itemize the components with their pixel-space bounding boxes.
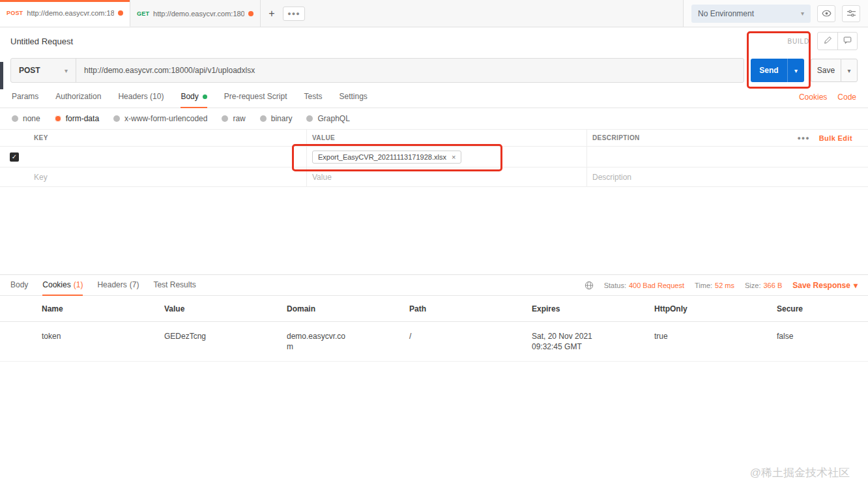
size-metric: Size: 366 B (745, 282, 782, 289)
response-tab-body[interactable]: Body (10, 275, 28, 296)
cookie-domain: demo.easycvr.com (287, 331, 352, 352)
edit-button[interactable] (818, 33, 837, 50)
radio-icon (222, 115, 228, 122)
environment-selector[interactable]: No Environment ▾ (691, 5, 811, 23)
form-data-table: KEY VALUE DESCRIPTION ●●● Bulk Edit ✓ Ex… (0, 129, 868, 187)
cookie-row: token GEDezTcng demo.easycvr.com / Sat, … (0, 322, 868, 362)
send-options-caret[interactable]: ▾ (787, 59, 804, 82)
row-checkbox-cell (0, 167, 29, 186)
key-placeholder[interactable]: Key (29, 167, 306, 186)
chevron-down-icon: ▾ (854, 281, 858, 290)
request-tabs: Params Authorization Headers (10) Body P… (0, 86, 868, 108)
response-tab-cookies[interactable]: Cookies (1) (42, 275, 83, 296)
environment-quick-look-button[interactable] (817, 5, 835, 22)
status-metric: Status: 400 Bad Request (604, 282, 684, 289)
cookie-name: token (42, 331, 164, 341)
response-tab-headers[interactable]: Headers (7) (97, 275, 139, 296)
tab-tests[interactable]: Tests (304, 86, 322, 108)
value-cell[interactable]: Export_EasyCVR_20211113171928.xlsx × (306, 147, 586, 167)
save-button[interactable]: Save (811, 59, 841, 82)
request-title[interactable]: Untitled Request (10, 36, 73, 46)
method-selector[interactable]: POST ▾ (11, 59, 76, 82)
key-column-header: KEY (29, 130, 306, 146)
request-tab-bar: POST http://demo.easycvr.com:180... GET … (0, 0, 868, 27)
send-button[interactable]: Send (751, 59, 787, 82)
key-cell[interactable] (29, 147, 306, 167)
request-tab-2[interactable]: GET http://demo.easycvr.com:1800... (130, 0, 261, 27)
sidebar-edge (0, 62, 3, 89)
table-options-button[interactable]: ●●● (797, 135, 809, 141)
request-header-icon-group (817, 32, 858, 50)
status-value: 400 Bad Request (629, 282, 684, 289)
settings-button[interactable] (842, 5, 860, 22)
method-label: POST (19, 66, 40, 75)
postman-window: POST http://demo.easycvr.com:180... GET … (0, 0, 868, 492)
col-value: Value (164, 304, 287, 313)
request-header-actions: BUILD (788, 32, 858, 50)
col-domain: Domain (287, 304, 409, 313)
form-data-header-row: KEY VALUE DESCRIPTION ●●● Bulk Edit (0, 130, 868, 147)
description-placeholder[interactable]: Description (586, 167, 868, 186)
save-response-button[interactable]: Save Response ▾ (792, 281, 858, 290)
tab-body[interactable]: Body (181, 86, 207, 108)
response-tabs: Body Cookies (1) Headers (7) Test Result… (0, 275, 868, 296)
new-tab-button[interactable]: + (261, 0, 283, 27)
row-checkbox[interactable]: ✓ (10, 152, 19, 162)
url-bar: POST ▾ http://demo.easycvr.com:18000/api… (10, 58, 744, 83)
radio-icon (55, 115, 61, 122)
value-placeholder[interactable]: Value (306, 167, 586, 186)
comments-button[interactable] (837, 33, 857, 50)
mode-x-www-form-urlencoded[interactable]: x-www-form-urlencoded (113, 114, 207, 123)
request-tab-1[interactable]: POST http://demo.easycvr.com:180... (0, 0, 130, 27)
unsaved-dot-icon (118, 10, 123, 16)
url-row: POST ▾ http://demo.easycvr.com:18000/api… (0, 55, 868, 86)
save-options-caret[interactable]: ▾ (841, 59, 858, 82)
send-button-group: Send ▾ (751, 59, 804, 82)
mode-raw[interactable]: raw (222, 114, 245, 123)
body-mode-row: none form-data x-www-form-urlencoded raw… (0, 108, 868, 129)
radio-icon (306, 115, 313, 122)
chevron-down-icon: ▾ (801, 10, 804, 17)
request-tab-links: Cookies Code (799, 86, 856, 108)
table-actions: ●●● Bulk Edit (797, 134, 863, 142)
tab-authorization[interactable]: Authorization (55, 86, 101, 108)
col-secure: Secure (777, 304, 858, 313)
network-globe-icon[interactable] (585, 281, 594, 290)
eye-icon (822, 8, 832, 18)
time-metric: Time: 52 ms (695, 282, 734, 289)
watermark: @稀土掘金技术社区 (750, 465, 850, 480)
tab-params[interactable]: Params (12, 86, 38, 108)
comment-icon (843, 36, 852, 46)
tab-headers[interactable]: Headers (10) (118, 86, 164, 108)
size-value: 366 B (764, 282, 783, 289)
mode-binary[interactable]: binary (260, 114, 293, 123)
response-section: Body Cookies (1) Headers (7) Test Result… (0, 274, 868, 362)
tab-settings[interactable]: Settings (340, 86, 368, 108)
tab-options-button[interactable]: ●●● (283, 7, 305, 21)
form-data-empty-row: Key Value Description (0, 167, 868, 187)
unsaved-dot-icon (248, 11, 253, 16)
mode-form-data[interactable]: form-data (55, 114, 99, 123)
col-name: Name (42, 304, 164, 313)
mode-graphql[interactable]: GraphQL (306, 114, 349, 123)
mode-none[interactable]: none (12, 114, 40, 123)
code-link[interactable]: Code (837, 93, 856, 102)
bulk-edit-link[interactable]: Bulk Edit (819, 134, 852, 142)
url-input[interactable]: http://demo.easycvr.com:18000/api/v1/upl… (76, 59, 744, 82)
sliders-icon (846, 8, 856, 18)
remove-file-icon[interactable]: × (452, 153, 456, 161)
cookie-secure: false (777, 331, 858, 341)
form-data-row: ✓ Export_EasyCVR_20211113171928.xlsx × (0, 147, 868, 167)
col-expires: Expires (532, 304, 654, 313)
tab-method-badge: POST (7, 10, 23, 16)
radio-icon (260, 115, 267, 122)
cookies-count: (1) (74, 280, 83, 289)
response-tab-test-results[interactable]: Test Results (153, 275, 195, 296)
cookie-httponly: true (654, 331, 777, 341)
description-cell[interactable] (586, 147, 868, 167)
pencil-icon (824, 36, 832, 46)
tab-pre-request-script[interactable]: Pre-request Script (224, 86, 287, 108)
file-chip-label: Export_EasyCVR_20211113171928.xlsx (318, 153, 446, 161)
cookies-link[interactable]: Cookies (799, 93, 827, 102)
cookies-table-header: Name Value Domain Path Expires HttpOnly … (0, 296, 868, 322)
